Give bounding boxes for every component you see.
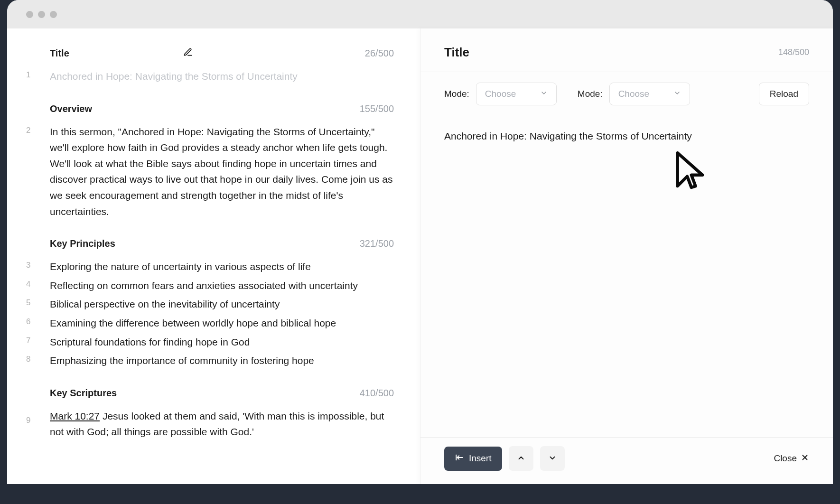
select-placeholder: Choose [485,89,516,99]
line-4[interactable]: 4 Reflecting on common fears and anxieti… [26,278,396,294]
right-body[interactable]: Anchored in Hope: Navigating the Storms … [420,116,833,437]
section-heading-principles: Key Principles [50,238,115,249]
right-toolbar: Mode: Choose Mode: Choose Reload [420,72,833,116]
line-text: Scriptural foundations for finding hope … [50,334,396,350]
line-5[interactable]: 5 Biblical perspective on the inevitabil… [26,296,396,312]
chevron-down-icon [548,454,557,464]
section-header-scriptures: Key Scriptures 410/500 [26,388,396,399]
line-text: Biblical perspective on the inevitabilit… [50,296,396,312]
select-placeholder: Choose [618,89,650,99]
char-count-principles: 321/500 [360,238,396,249]
line-3[interactable]: 3 Exploring the nature of uncertainty in… [26,259,396,275]
line-text: Emphasizing the importance of community … [50,353,396,369]
line-9[interactable]: 9 Mark 10:27 Jesus looked at them and sa… [26,408,396,440]
line-text: Mark 10:27 Jesus looked at them and said… [50,408,396,440]
line-number: 1 [26,68,50,84]
chevron-down-icon [540,89,548,99]
scripture-text: Jesus looked at them and said, 'With man… [50,411,384,438]
mode-label-1: Mode: [444,89,469,99]
right-header: Title 148/500 [420,28,833,72]
right-footer: Insert Close [420,437,833,484]
line-text: In this sermon, "Anchored in Hope: Navig… [50,124,396,220]
section-heading-scriptures: Key Scriptures [50,388,117,399]
section-header-principles: Key Principles 321/500 [26,238,396,249]
char-count-title: 26/500 [365,48,396,59]
nav-up-button[interactable] [509,446,533,471]
close-button[interactable]: Close [774,453,809,464]
section-header-overview: Overview 155/500 [26,103,396,114]
editor-right-panel: Title 148/500 Mode: Choose Mode: Choose [420,28,833,484]
editor-left-panel: Title 26/500 1 Anchored in Hope: Navigat… [7,28,420,484]
line-number: 5 [26,296,50,312]
line-text: Reflecting on common fears and anxieties… [50,278,396,294]
section-heading-overview: Overview [50,103,92,114]
line-number: 4 [26,278,50,294]
line-text: Exploring the nature of uncertainty in v… [50,259,396,275]
window-titlebar [7,0,833,28]
insert-label: Insert [469,453,492,464]
section-scriptures: Key Scriptures 410/500 9 Mark 10:27 Jesu… [26,388,396,440]
mode-select-2[interactable]: Choose [609,83,690,105]
mode-label-2: Mode: [578,89,603,99]
line-number: 6 [26,315,50,331]
edit-icon[interactable] [183,47,193,59]
chevron-up-icon [517,454,525,464]
line-text: Examining the difference between worldly… [50,315,396,331]
mode-select-1[interactable]: Choose [476,83,557,105]
line-number: 9 [26,408,50,440]
cursor-pointer-icon [672,149,705,195]
line-text: Anchored in Hope: Navigating the Storms … [50,68,396,84]
traffic-light-zoom[interactable] [50,11,57,18]
section-header-title: Title 26/500 [26,47,396,59]
insert-button[interactable]: Insert [444,447,502,471]
section-title: Title 26/500 1 Anchored in Hope: Navigat… [26,47,396,84]
reload-button[interactable]: Reload [759,83,809,105]
close-icon [801,453,809,464]
nav-down-button[interactable] [540,446,565,471]
content-area: Title 26/500 1 Anchored in Hope: Navigat… [7,28,833,484]
line-number: 7 [26,334,50,350]
traffic-light-close[interactable] [26,11,33,18]
char-count-overview: 155/500 [360,103,396,114]
insert-arrow-icon [455,453,464,464]
line-number: 8 [26,353,50,369]
app-window: Title 26/500 1 Anchored in Hope: Navigat… [7,0,833,484]
chevron-down-icon [673,89,681,99]
line-7[interactable]: 7 Scriptural foundations for finding hop… [26,334,396,350]
close-label: Close [774,453,797,464]
section-heading-title: Title [50,48,69,59]
line-2[interactable]: 2 In this sermon, "Anchored in Hope: Nav… [26,124,396,220]
line-number: 2 [26,124,50,220]
section-principles: Key Principles 321/500 3 Exploring the n… [26,238,396,369]
line-1[interactable]: 1 Anchored in Hope: Navigating the Storm… [26,68,396,84]
section-overview: Overview 155/500 2 In this sermon, "Anch… [26,103,396,220]
traffic-light-minimize[interactable] [38,11,45,18]
line-6[interactable]: 6 Examining the difference between world… [26,315,396,331]
char-count-scriptures: 410/500 [360,388,396,399]
right-char-count: 148/500 [778,47,809,57]
body-text: Anchored in Hope: Navigating the Storms … [444,131,809,142]
right-title: Title [444,45,469,60]
scripture-reference[interactable]: Mark 10:27 [50,411,100,421]
line-8[interactable]: 8 Emphasizing the importance of communit… [26,353,396,369]
line-number: 3 [26,259,50,275]
